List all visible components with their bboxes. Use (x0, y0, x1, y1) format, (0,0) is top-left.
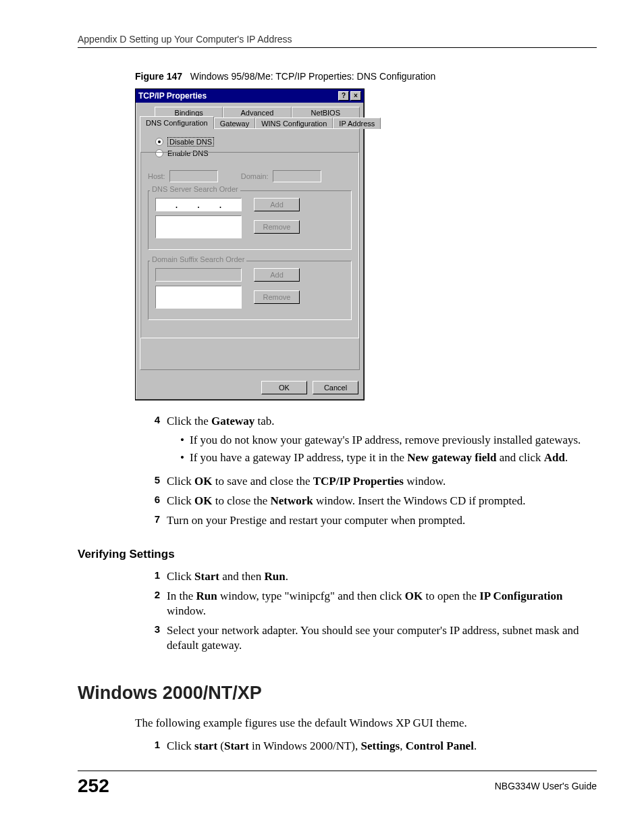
close-icon[interactable]: × (350, 91, 361, 101)
suffix-list (155, 286, 242, 309)
dialog-titlebar: TCP/IP Properties ? × (136, 89, 364, 103)
domain-input (273, 170, 321, 182)
dns-add-button: Add (254, 198, 300, 211)
bullet-item: If you do not know your gateway's IP add… (180, 433, 597, 448)
domain-label: Domain: (241, 172, 269, 180)
tab-dns-configuration[interactable]: DNS Configuration (140, 116, 214, 129)
step-number: 1 (145, 739, 160, 754)
tab-gateway[interactable]: Gateway (214, 118, 255, 129)
step-number: 3 (145, 623, 160, 653)
tab-ip-address[interactable]: IP Address (333, 118, 381, 129)
dns-ip-input: . . . (155, 198, 242, 211)
suffix-input (155, 268, 242, 282)
suffix-remove-button: Remove (254, 290, 300, 304)
subheading-verifying: Verifying Settings (78, 548, 597, 561)
step-text: Turn on your Prestige and restart your c… (167, 513, 597, 528)
help-icon[interactable]: ? (338, 91, 349, 101)
figure-caption: Figure 147 Windows 95/98/Me: TCP/IP Prop… (135, 71, 597, 82)
host-input (169, 170, 218, 182)
bullet-item: If you have a gateway IP address, type i… (180, 450, 597, 465)
paragraph: The following example figures use the de… (135, 716, 597, 731)
tab-row-front: DNS Configuration Gateway WINS Configura… (140, 118, 360, 129)
dns-remove-button: Remove (254, 220, 300, 234)
tab-netbios[interactable]: NetBIOS (292, 107, 360, 118)
step-text: Click start (Start in Windows 2000/NT), … (167, 739, 597, 754)
page-header: Appendix D Setting up Your Computer's IP… (78, 34, 597, 48)
step-number: 7 (145, 513, 160, 528)
cancel-button[interactable]: Cancel (313, 381, 358, 394)
step-number: 4 (145, 414, 160, 469)
step-text: Click Start and then Run. (167, 569, 597, 584)
radio-icon (155, 138, 163, 146)
tcpip-properties-dialog: TCP/IP Properties ? × Bindings Advanced … (135, 88, 365, 400)
radio-disable-dns[interactable]: Disable DNS (155, 137, 352, 147)
suffix-add-button: Add (254, 268, 300, 282)
tab-wins-configuration[interactable]: WINS Configuration (255, 118, 333, 129)
step-number: 5 (145, 474, 160, 489)
domain-suffix-group-label: Domain Suffix Search Order (150, 255, 246, 263)
dialog-title: TCP/IP Properties (138, 91, 207, 101)
step-text: In the Run window, type "winipcfg" and t… (167, 589, 597, 619)
heading-windows-2000: Windows 2000/NT/XP (78, 683, 597, 704)
host-label: Host: (148, 172, 165, 180)
page-number: 252 (78, 775, 109, 797)
step-number: 6 (145, 494, 160, 509)
step-text: Click OK to close the Network window. In… (167, 494, 597, 509)
dns-list (155, 215, 242, 238)
ok-button[interactable]: OK (261, 381, 307, 394)
step-text: Click the Gateway tab. If you do not kno… (167, 414, 597, 469)
tab-advanced[interactable]: Advanced (223, 107, 291, 118)
step-text: Click OK to save and close the TCP/IP Pr… (167, 474, 597, 489)
step-number: 2 (145, 589, 160, 619)
step-number: 1 (145, 569, 160, 584)
guide-name: NBG334W User's Guide (495, 781, 597, 791)
step-text: Select your network adapter. You should … (167, 623, 597, 653)
dns-server-group-label: DNS Server Search Order (150, 185, 240, 193)
